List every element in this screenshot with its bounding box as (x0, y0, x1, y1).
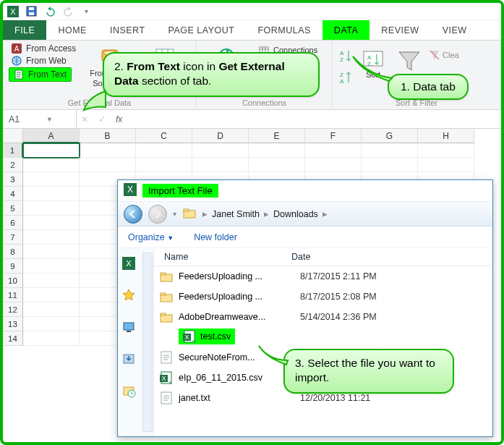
favorites-star-icon[interactable] (122, 289, 135, 302)
row-header[interactable]: 9 (3, 259, 23, 274)
new-folder-button[interactable]: New folder (194, 232, 237, 242)
cell[interactable] (305, 158, 362, 172)
fx-icon[interactable]: fx (116, 114, 122, 124)
folder-up-icon[interactable] (182, 206, 197, 221)
cell[interactable] (192, 158, 249, 172)
breadcrumb-item[interactable]: Downloads (273, 209, 318, 219)
cell[interactable] (80, 143, 136, 158)
from-text-button[interactable]: From Text (9, 67, 72, 82)
cell[interactable] (23, 259, 80, 274)
tab-page-layout[interactable]: PAGE LAYOUT (157, 20, 247, 40)
cell[interactable] (23, 274, 80, 288)
row-header[interactable]: 4 (3, 187, 23, 201)
tab-review[interactable]: REVIEW (370, 20, 430, 40)
row-header[interactable]: 13 (3, 317, 23, 331)
row-header[interactable]: 10 (3, 274, 23, 288)
row-header[interactable]: 2 (3, 158, 23, 172)
row-header[interactable]: 12 (3, 302, 23, 317)
cell[interactable] (136, 158, 192, 172)
from-web-button[interactable]: From Web (9, 55, 69, 67)
tab-data[interactable]: DATA (323, 20, 370, 40)
tab-insert[interactable]: INSERT (98, 20, 157, 40)
recent-icon[interactable] (122, 384, 135, 397)
tab-home[interactable]: HOME (46, 20, 98, 40)
col-date-header[interactable]: Date (291, 252, 492, 262)
col-name-header[interactable]: Name (154, 252, 291, 262)
history-dropdown-icon[interactable]: ▾ (173, 210, 176, 218)
cell[interactable] (362, 158, 418, 172)
cell[interactable] (23, 201, 80, 216)
undo-icon[interactable] (44, 7, 57, 17)
row-header[interactable]: 3 (3, 172, 23, 187)
file-list-header[interactable]: Name Date (154, 248, 492, 266)
cell[interactable] (23, 317, 80, 331)
cell[interactable] (249, 143, 305, 158)
select-all-corner[interactable] (3, 129, 23, 143)
file-item[interactable]: FeedersUploading ...8/17/2015 2:08 PM (154, 287, 492, 307)
cell[interactable] (305, 143, 362, 158)
downloads-icon[interactable] (122, 352, 135, 365)
tab-file[interactable]: FILE (3, 20, 46, 40)
cell[interactable] (418, 158, 474, 172)
cell[interactable] (23, 187, 80, 201)
file-item[interactable]: FeedersUploading ...8/17/2015 2:11 PM (154, 266, 492, 287)
navpane-scrollbar[interactable] (142, 253, 153, 432)
col-header-A[interactable]: A (23, 129, 80, 143)
dialog-titlebar[interactable]: X Import Text File (118, 180, 492, 202)
formula-bar[interactable]: ✕ ✓ fx (77, 110, 501, 128)
sort-za-button[interactable]: ZA (338, 70, 353, 88)
row-header[interactable]: 8 (3, 245, 23, 259)
dialog-nav-pane[interactable]: X (118, 248, 154, 436)
cell[interactable] (23, 158, 80, 172)
row-header[interactable]: 6 (3, 216, 23, 230)
breadcrumb[interactable]: ▸ Janet Smith ▸ Downloads ▸ (202, 208, 328, 219)
cell[interactable] (362, 143, 418, 158)
desktop-icon[interactable] (122, 321, 135, 334)
row-header[interactable]: 11 (3, 288, 23, 302)
cell[interactable] (80, 158, 136, 172)
sort-az-button[interactable]: AZ (338, 48, 353, 66)
col-header-H[interactable]: H (418, 129, 474, 143)
svg-text:X: X (126, 259, 132, 268)
col-header-G[interactable]: G (362, 129, 418, 143)
from-access-button[interactable]: A From Access (9, 43, 79, 54)
row-header[interactable]: 7 (3, 230, 23, 245)
tab-formulas[interactable]: FORMULAS (246, 20, 322, 40)
cell[interactable] (23, 143, 80, 158)
col-header-D[interactable]: D (192, 129, 249, 143)
file-item[interactable]: Xa,test.csv (154, 327, 492, 347)
row-header[interactable]: 14 (3, 331, 23, 346)
cell[interactable] (23, 216, 80, 230)
col-header-B[interactable]: B (80, 129, 136, 143)
col-header-F[interactable]: F (305, 129, 362, 143)
cell[interactable] (418, 143, 474, 158)
forward-button[interactable] (148, 205, 167, 224)
col-header-C[interactable]: C (136, 129, 192, 143)
qat-customize-icon[interactable]: ▾ (85, 7, 88, 15)
file-item[interactable]: AdobeDreamweave...5/14/2014 2:36 PM (154, 307, 492, 327)
cell[interactable] (23, 230, 80, 245)
back-button[interactable] (124, 205, 142, 224)
clear-filter-button[interactable]: Clea (430, 50, 459, 60)
col-header-E[interactable]: E (249, 129, 305, 143)
cell[interactable] (23, 331, 80, 346)
cell[interactable] (249, 158, 305, 172)
svg-text:a,: a, (169, 380, 172, 384)
row-header[interactable]: 5 (3, 201, 23, 216)
save-icon[interactable] (26, 6, 37, 17)
row-header[interactable]: 1 (3, 143, 23, 158)
file-date: 8/17/2015 2:08 PM (297, 292, 492, 302)
cell[interactable] (192, 143, 249, 158)
breadcrumb-item[interactable]: Janet Smith (212, 209, 260, 219)
cell[interactable] (23, 172, 80, 187)
name-box[interactable]: ▼ (3, 110, 77, 128)
cell[interactable] (23, 288, 80, 302)
name-box-input[interactable] (7, 114, 40, 125)
cell[interactable] (23, 245, 80, 259)
tab-view[interactable]: VIEW (431, 20, 479, 40)
cell[interactable] (136, 143, 192, 158)
redo-icon[interactable] (64, 7, 77, 17)
chevron-down-icon[interactable]: ▼ (46, 116, 53, 123)
organize-button[interactable]: Organize ▼ (128, 232, 174, 242)
cell[interactable] (23, 302, 80, 317)
